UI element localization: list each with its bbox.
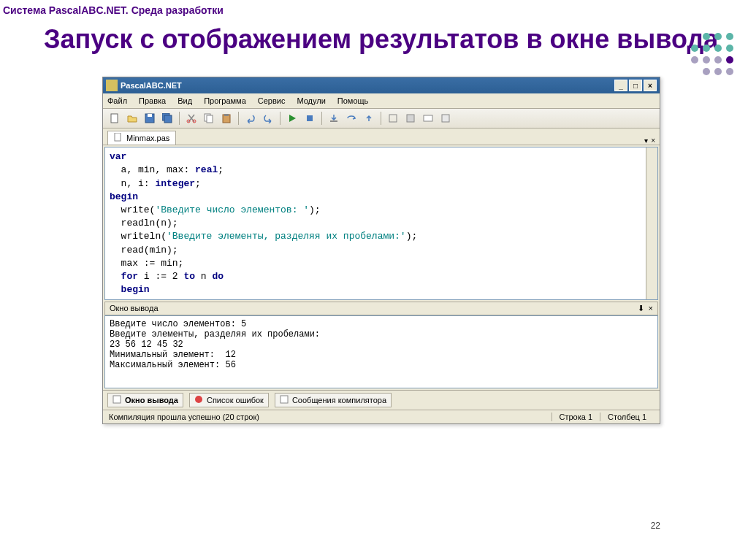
tool-2-icon[interactable] [403, 111, 418, 126]
maximize-button[interactable]: □ [629, 80, 642, 91]
svg-rect-18 [113, 396, 121, 403]
svg-rect-17 [115, 133, 121, 141]
menu-view[interactable]: Вид [178, 96, 192, 105]
panel-close-icon[interactable]: × [649, 304, 653, 313]
menu-program[interactable]: Программа [204, 96, 246, 105]
menu-edit[interactable]: Правка [139, 96, 166, 105]
tool-4-icon[interactable] [438, 111, 453, 126]
scrollbar-vertical[interactable] [646, 147, 657, 299]
file-icon [114, 133, 124, 143]
tab-errors[interactable]: Список ошибок [189, 393, 269, 407]
status-compile: Компиляция прошла успешно (20 строк) [109, 413, 552, 421]
tab-dropdown-icon[interactable]: ▾ [644, 137, 648, 145]
app-icon [106, 80, 118, 91]
tab-label: Minmax.pas [126, 134, 169, 142]
new-file-icon[interactable] [107, 111, 122, 126]
errors-tab-icon [194, 395, 205, 405]
toolbar [103, 109, 660, 129]
slide-header: Система PascalABC.NET. Среда разработки [0, 0, 748, 16]
tab-close-icon[interactable]: × [651, 137, 655, 145]
minimize-button[interactable]: _ [614, 80, 627, 91]
svg-rect-14 [407, 115, 414, 122]
menu-file[interactable]: Файл [107, 96, 127, 105]
output-tab-icon [112, 395, 123, 405]
slide-title: Запуск с отображением результатов в окне… [0, 16, 748, 62]
stop-icon[interactable] [302, 111, 317, 126]
svg-point-19 [195, 396, 202, 403]
tool-1-icon[interactable] [386, 111, 400, 126]
menu-service[interactable]: Сервис [258, 96, 286, 105]
status-column: Столбец 1 [600, 413, 654, 421]
menubar: Файл Правка Вид Программа Сервис Модули … [103, 93, 660, 109]
copy-icon[interactable] [202, 111, 216, 126]
svg-rect-2 [148, 114, 152, 117]
redo-icon[interactable] [261, 111, 275, 126]
undo-icon[interactable] [243, 111, 258, 126]
open-file-icon[interactable] [125, 111, 140, 126]
svg-rect-8 [207, 115, 213, 123]
bottom-tabs: Окно вывода Список ошибок Сообщения комп… [103, 390, 660, 410]
svg-rect-4 [164, 115, 172, 123]
menu-modules[interactable]: Модули [297, 96, 325, 105]
save-icon[interactable] [142, 111, 157, 126]
titlebar-text: PascalABC.NET [121, 81, 614, 90]
save-all-icon[interactable] [160, 111, 175, 126]
step-out-icon[interactable] [362, 111, 376, 126]
svg-rect-20 [280, 396, 288, 403]
svg-rect-13 [389, 115, 397, 122]
output-title: Окно вывода [110, 304, 638, 313]
ide-window: PascalABC.NET _ □ × Файл Правка Вид Прог… [102, 77, 660, 424]
run-icon[interactable] [285, 111, 299, 126]
output-body[interactable]: Введите число элементов: 5 Введите элеме… [104, 315, 658, 388]
statusbar: Компиляция прошла успешно (20 строк) Стр… [103, 410, 660, 423]
step-into-icon[interactable] [327, 111, 341, 126]
svg-rect-12 [330, 120, 337, 122]
tab-output[interactable]: Окно вывода [107, 393, 183, 407]
close-button[interactable]: × [644, 80, 657, 91]
menu-help[interactable]: Помощь [337, 96, 369, 105]
pin-icon[interactable]: ⬇ [638, 304, 644, 313]
page-number: 22 [651, 521, 660, 531]
compiler-tab-icon [280, 395, 290, 405]
step-over-icon[interactable] [344, 111, 359, 126]
cut-icon[interactable] [184, 111, 199, 126]
decoration-dots [675, 33, 733, 80]
svg-rect-16 [442, 115, 449, 122]
tool-3-icon[interactable] [421, 111, 435, 126]
titlebar[interactable]: PascalABC.NET _ □ × [103, 77, 660, 93]
svg-rect-0 [111, 114, 118, 123]
tab-compiler[interactable]: Сообщения компилятора [275, 393, 392, 407]
svg-rect-10 [224, 114, 229, 116]
svg-rect-15 [424, 115, 432, 121]
status-line: Строка 1 [552, 413, 600, 421]
output-panel: Окно вывода ⬇ × Введите число элементов:… [104, 302, 658, 388]
file-tab[interactable]: Minmax.pas [107, 131, 176, 145]
code-editor[interactable]: var a, min, max: real; n, i: integer;beg… [104, 147, 658, 300]
svg-rect-11 [307, 115, 313, 121]
paste-icon[interactable] [219, 111, 234, 126]
tab-strip: Minmax.pas ▾ × [103, 129, 660, 145]
